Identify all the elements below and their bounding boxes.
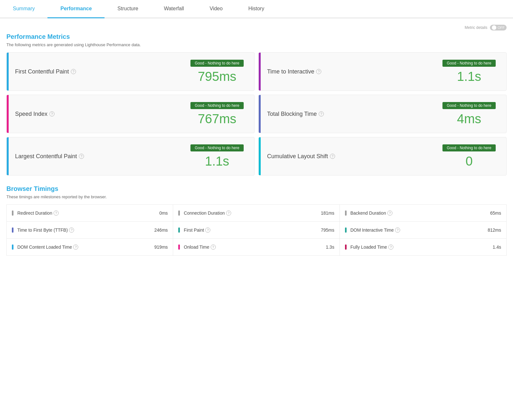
question-icon-cls[interactable]: ?	[330, 154, 335, 159]
metric-card-cls: Cumulative Layout Shift ? Good - Nothing…	[258, 137, 507, 176]
metric-value-box-fcp: Good - Nothing to do here 795ms	[185, 60, 249, 84]
timing-name-fullyloaded: Fully Loaded Time ?	[350, 244, 490, 250]
timing-cell-onload: Onload Time ? 1.3s	[173, 239, 340, 255]
metric-card-fcp: First Contentful Paint ? Good - Nothing …	[6, 52, 255, 91]
metric-value-si: 767ms	[198, 112, 236, 126]
timing-value-connection: 181ms	[321, 210, 334, 216]
timing-bar-onload	[178, 244, 180, 250]
metric-value-fcp: 795ms	[198, 69, 236, 84]
metric-badge-cls: Good - Nothing to do here	[442, 144, 496, 151]
timing-cell-redirect: Redirect Duration ? 0ms	[7, 205, 173, 222]
timing-name-dominteractive: DOM Interactive Time ?	[350, 227, 484, 233]
timing-value-fp: 795ms	[321, 227, 334, 233]
metric-details-label: Metric details	[465, 25, 487, 30]
question-icon-lcp[interactable]: ?	[79, 154, 84, 159]
question-icon-tbt[interactable]: ?	[319, 111, 324, 116]
question-icon-timing-onload[interactable]: ?	[211, 244, 216, 250]
timing-bar-dominteractive	[345, 227, 347, 233]
metric-value-lcp: 1.1s	[205, 154, 229, 168]
timing-cell-fullyloaded: Fully Loaded Time ? 1.4s	[340, 239, 506, 255]
tab-summary[interactable]: Summary	[0, 0, 47, 18]
metric-body-fcp: First Contentful Paint ? Good - Nothing …	[9, 55, 254, 89]
timing-value-fullyloaded: 1.4s	[493, 244, 501, 250]
timing-bar-backend	[345, 210, 347, 216]
question-icon-tti[interactable]: ?	[316, 69, 321, 74]
metric-name-fcp: First Contentful Paint ?	[15, 68, 179, 75]
timing-cell-ttfb: Time to First Byte (TTFB) ? 246ms	[7, 222, 173, 239]
metric-details-toggle[interactable]: OFF	[490, 25, 507, 30]
metric-value-box-si: Good - Nothing to do here 767ms	[185, 102, 249, 126]
timing-value-dominteractive: 812ms	[488, 227, 501, 233]
tab-structure[interactable]: Structure	[105, 0, 151, 18]
timing-cell-domcontent: DOM Content Loaded Time ? 919ms	[7, 239, 173, 255]
metric-body-lcp: Largest Contentful Paint ? Good - Nothin…	[9, 139, 254, 174]
question-icon-timing-fp[interactable]: ?	[205, 227, 210, 233]
tab-video[interactable]: Video	[197, 0, 236, 18]
metric-name-si: Speed Index ?	[15, 111, 179, 117]
metrics-grid: First Contentful Paint ? Good - Nothing …	[6, 52, 507, 176]
metric-value-box-tbt: Good - Nothing to do here 4ms	[437, 102, 501, 126]
metric-body-cls: Cumulative Layout Shift ? Good - Nothing…	[261, 139, 506, 174]
question-icon-timing-connection[interactable]: ?	[226, 210, 231, 216]
metric-card-si: Speed Index ? Good - Nothing to do here …	[6, 95, 255, 133]
browser-timings-title: Browser Timings	[6, 185, 507, 193]
timing-bar-redirect	[12, 210, 13, 216]
metric-value-tti: 1.1s	[457, 69, 481, 84]
metric-badge-fcp: Good - Nothing to do here	[190, 60, 244, 67]
question-icon-timing-fullyloaded[interactable]: ?	[388, 244, 393, 250]
metric-details-row: Metric details OFF	[6, 25, 507, 30]
timing-name-fp: First Paint ?	[184, 227, 317, 233]
timing-bar-domcontent	[12, 244, 13, 250]
metric-badge-tbt: Good - Nothing to do here	[442, 102, 496, 109]
metric-card-tbt: Total Blocking Time ? Good - Nothing to …	[258, 95, 507, 133]
question-icon-si[interactable]: ?	[49, 111, 55, 116]
timing-name-ttfb: Time to First Byte (TTFB) ?	[17, 227, 151, 233]
metric-name-cls: Cumulative Layout Shift ?	[267, 153, 431, 160]
timing-name-domcontent: DOM Content Loaded Time ?	[17, 244, 151, 250]
metric-badge-tti: Good - Nothing to do here	[442, 60, 496, 67]
question-icon-timing-redirect[interactable]: ?	[54, 210, 59, 216]
question-icon-timing-ttfb[interactable]: ?	[69, 227, 74, 233]
metric-card-lcp: Largest Contentful Paint ? Good - Nothin…	[6, 137, 255, 176]
metric-value-box-tti: Good - Nothing to do here 1.1s	[437, 60, 501, 84]
metric-value-tbt: 4ms	[457, 112, 481, 126]
timing-bar-fp	[178, 227, 180, 233]
question-icon-timing-domcontent[interactable]: ?	[73, 244, 78, 250]
timing-cell-connection: Connection Duration ? 181ms	[173, 205, 340, 222]
metric-name-tti: Time to Interactive ?	[267, 68, 431, 75]
timings-grid: Redirect Duration ? 0ms Connection Durat…	[6, 204, 507, 256]
timing-value-onload: 1.3s	[326, 244, 334, 250]
browser-timings-desc: These timings are milestones reported by…	[6, 194, 507, 199]
timing-value-ttfb: 246ms	[154, 227, 168, 233]
performance-metrics-desc: The following metrics are generated usin…	[6, 42, 507, 47]
tab-bar: Summary Performance Structure Waterfall …	[0, 0, 513, 18]
tab-waterfall[interactable]: Waterfall	[151, 0, 197, 18]
metric-badge-si: Good - Nothing to do here	[190, 102, 244, 109]
metric-badge-lcp: Good - Nothing to do here	[190, 144, 244, 151]
question-icon-timing-dominteractive[interactable]: ?	[395, 227, 400, 233]
timing-cell-dominteractive: DOM Interactive Time ? 812ms	[340, 222, 506, 239]
timing-value-redirect: 0ms	[159, 210, 168, 216]
timing-name-connection: Connection Duration ?	[184, 210, 317, 216]
metric-value-cls: 0	[466, 154, 473, 168]
toggle-label: OFF	[498, 26, 505, 30]
timing-bar-ttfb	[12, 227, 13, 233]
timing-cell-fp: First Paint ? 795ms	[173, 222, 340, 239]
timing-cell-backend: Backend Duration ? 65ms	[340, 205, 506, 222]
metric-name-lcp: Largest Contentful Paint ?	[15, 153, 179, 160]
metric-body-tbt: Total Blocking Time ? Good - Nothing to …	[261, 97, 506, 131]
tab-history[interactable]: History	[235, 0, 277, 18]
timing-name-backend: Backend Duration ?	[350, 210, 487, 216]
performance-metrics-title: Performance Metrics	[6, 33, 507, 40]
metric-value-box-cls: Good - Nothing to do here 0	[437, 144, 501, 168]
question-icon-fcp[interactable]: ?	[71, 69, 76, 74]
metric-card-tti: Time to Interactive ? Good - Nothing to …	[258, 52, 507, 91]
timing-name-onload: Onload Time ?	[184, 244, 323, 250]
timing-value-domcontent: 919ms	[154, 244, 168, 250]
tab-performance[interactable]: Performance	[47, 0, 105, 18]
metric-body-si: Speed Index ? Good - Nothing to do here …	[9, 97, 254, 131]
metric-name-tbt: Total Blocking Time ?	[267, 111, 431, 117]
toggle-knob	[492, 25, 496, 30]
main-content: Metric details OFF Performance Metrics T…	[0, 18, 513, 262]
question-icon-timing-backend[interactable]: ?	[387, 210, 392, 216]
